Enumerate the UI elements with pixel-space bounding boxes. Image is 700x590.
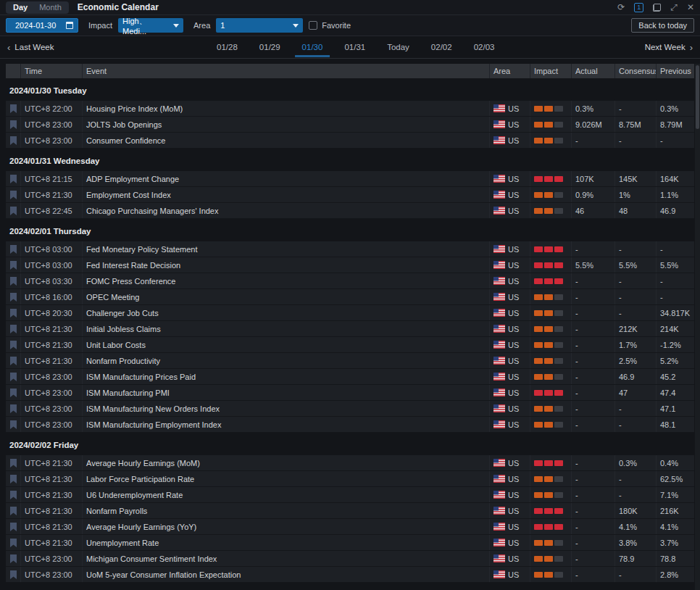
table-row[interactable]: UTC+8 21:30Nonfarm PayrollsUS-180K216K (6, 503, 694, 519)
bookmark-icon[interactable] (6, 305, 20, 320)
week-day-02-02[interactable]: 02/02 (430, 38, 454, 57)
table-row[interactable]: UTC+8 21:30Employment Cost IndexUS0.9%1%… (6, 187, 694, 203)
bookmark-icon[interactable] (6, 551, 20, 566)
table-row[interactable]: UTC+8 23:00ISM Manufacturing New Orders … (6, 401, 694, 417)
bookmark-icon[interactable] (6, 503, 20, 518)
next-week-button[interactable]: Next Week › (645, 42, 693, 53)
tab-day[interactable]: Day (7, 2, 33, 12)
table-row[interactable]: UTC+8 23:00ISM Manufacturing PMIUS-4747.… (6, 385, 694, 401)
table-row[interactable]: UTC+8 23:00JOLTS Job OpeningsUS9.026M8.7… (6, 117, 694, 133)
expand-icon[interactable]: ⤢ (670, 3, 678, 12)
bookmark-icon[interactable] (6, 369, 20, 384)
cell-time: UTC+8 23:00 (20, 567, 82, 582)
bookmark-icon[interactable] (6, 257, 20, 273)
table-row[interactable]: UTC+8 23:00Consumer ConfidenceUS--- (6, 133, 694, 149)
column-header-bookmark (6, 64, 20, 78)
table-row[interactable]: UTC+8 21:30Initial Jobless ClaimsUS-212K… (6, 321, 694, 337)
duplicate-window-icon[interactable] (653, 4, 661, 12)
table-row[interactable]: UTC+8 22:00Housing Price Index (MoM)US0.… (6, 101, 694, 117)
tab-month[interactable]: Month (33, 2, 67, 12)
bookmark-icon[interactable] (6, 567, 20, 582)
bookmark-icon[interactable] (6, 321, 20, 336)
impact-dropdown[interactable]: High、Medi... (118, 18, 183, 33)
cell-area: US (489, 133, 530, 148)
table-row[interactable]: UTC+8 23:00Michigan Consumer Sentiment I… (6, 551, 694, 567)
cell-consensus: 212K (614, 321, 656, 336)
us-flag-icon (493, 191, 505, 199)
bookmark-icon[interactable] (6, 337, 20, 352)
bookmark-icon[interactable] (6, 487, 20, 502)
impact-indicator (530, 305, 571, 320)
cell-time: UTC+8 23:00 (20, 385, 82, 400)
favorite-checkbox[interactable] (309, 21, 317, 30)
impact-segment (544, 540, 553, 546)
bookmark-icon[interactable] (6, 187, 20, 202)
week-day-01-29[interactable]: 01/29 (258, 38, 282, 57)
date-picker[interactable]: 2024-01-30 (6, 18, 78, 33)
cell-previous: 34.817K (656, 305, 694, 320)
table-row[interactable]: UTC+8 21:30Nonfarm ProductivityUS-2.5%5.… (6, 353, 694, 369)
table-row[interactable]: UTC+8 21:15ADP Employment ChangeUS107K14… (6, 171, 694, 187)
last-week-button[interactable]: ‹ Last Week (7, 42, 54, 53)
table-row[interactable]: UTC+8 03:30FOMC Press ConferenceUS--- (6, 273, 694, 289)
refresh-icon[interactable]: ⟳ (617, 3, 625, 12)
week-day-02-03[interactable]: 02/03 (472, 38, 496, 57)
window-badge-icon[interactable]: 1 (634, 3, 643, 12)
table-row[interactable]: UTC+8 23:00ISM Manufacturing Prices Paid… (6, 369, 694, 385)
cell-consensus: - (614, 471, 656, 486)
table-row[interactable]: UTC+8 21:30Average Hourly Earnings (YoY)… (6, 519, 694, 535)
scrollbar-thumb[interactable] (696, 65, 699, 129)
bookmark-icon[interactable] (6, 101, 20, 116)
cell-actual: - (571, 519, 614, 534)
us-flag-icon (493, 175, 505, 183)
bookmark-icon[interactable] (6, 273, 20, 288)
column-header-previous: Previous (656, 64, 694, 78)
area-code: US (508, 277, 519, 286)
week-day-01-30[interactable]: 01/30 (301, 38, 325, 57)
cell-actual: - (571, 471, 614, 486)
bookmark-icon[interactable] (6, 519, 20, 534)
table-row[interactable]: UTC+8 21:30Labor Force Participation Rat… (6, 471, 694, 487)
us-flag-icon (493, 539, 505, 547)
calendar-table: TimeEventAreaImpactActualConsensusPrevio… (0, 59, 700, 583)
bookmark-icon[interactable] (6, 455, 20, 470)
bookmark-icon[interactable] (6, 133, 20, 148)
table-row[interactable]: UTC+8 21:30Unemployment RateUS-3.8%3.7% (6, 535, 694, 551)
table-row[interactable]: UTC+8 16:00OPEC MeetingUS--- (6, 289, 694, 305)
week-day-01-31[interactable]: 01/31 (343, 38, 367, 57)
bookmark-icon[interactable] (6, 117, 20, 132)
bookmark-icon[interactable] (6, 535, 20, 550)
bookmark-icon[interactable] (6, 203, 20, 218)
bookmark-icon[interactable] (6, 401, 20, 416)
table-row[interactable]: UTC+8 21:30Average Hourly Earnings (MoM)… (6, 455, 694, 471)
bookmark-icon[interactable] (6, 353, 20, 368)
cell-time: UTC+8 21:30 (20, 337, 82, 352)
area-dropdown[interactable]: 1 (216, 18, 303, 33)
bookmark-icon[interactable] (6, 171, 20, 186)
table-row[interactable]: UTC+8 23:00ISM Manufacturing Employment … (6, 417, 694, 433)
table-row[interactable]: UTC+8 22:45Chicago Purchasing Managers' … (6, 203, 694, 219)
impact-segment (534, 192, 543, 198)
week-day-01-28[interactable]: 01/28 (215, 38, 239, 57)
cell-area: US (489, 289, 530, 304)
impact-indicator (530, 321, 571, 336)
bookmark-icon[interactable] (6, 471, 20, 486)
week-day-today[interactable]: Today (386, 38, 411, 57)
table-row[interactable]: UTC+8 21:30U6 Underemployment RateUS--7.… (6, 487, 694, 503)
table-row[interactable]: UTC+8 03:00Fed Monetary Policy Statement… (6, 241, 694, 257)
close-icon[interactable]: ✕ (687, 3, 694, 12)
bookmark-icon[interactable] (6, 385, 20, 400)
table-row[interactable]: UTC+8 23:00UoM 5-year Consumer Inflation… (6, 567, 694, 583)
table-row[interactable]: UTC+8 21:30Unit Labor CostsUS-1.7%-1.2% (6, 337, 694, 353)
bookmark-icon[interactable] (6, 289, 20, 304)
us-flag-icon (493, 120, 505, 128)
week-nav: ‹ Last Week 01/2801/2901/3001/31Today02/… (0, 36, 700, 59)
bookmark-icon[interactable] (6, 241, 20, 257)
cell-area: US (489, 551, 530, 566)
back-to-today-button[interactable]: Back to today (631, 18, 694, 33)
cell-previous: 5.2% (656, 353, 694, 368)
bookmark-icon[interactable] (6, 417, 20, 432)
table-row[interactable]: UTC+8 03:00Fed Interest Rate DecisionUS5… (6, 257, 694, 273)
scrollbar-track[interactable] (695, 64, 700, 590)
table-row[interactable]: UTC+8 20:30Challenger Job CutsUS--34.817… (6, 305, 694, 321)
